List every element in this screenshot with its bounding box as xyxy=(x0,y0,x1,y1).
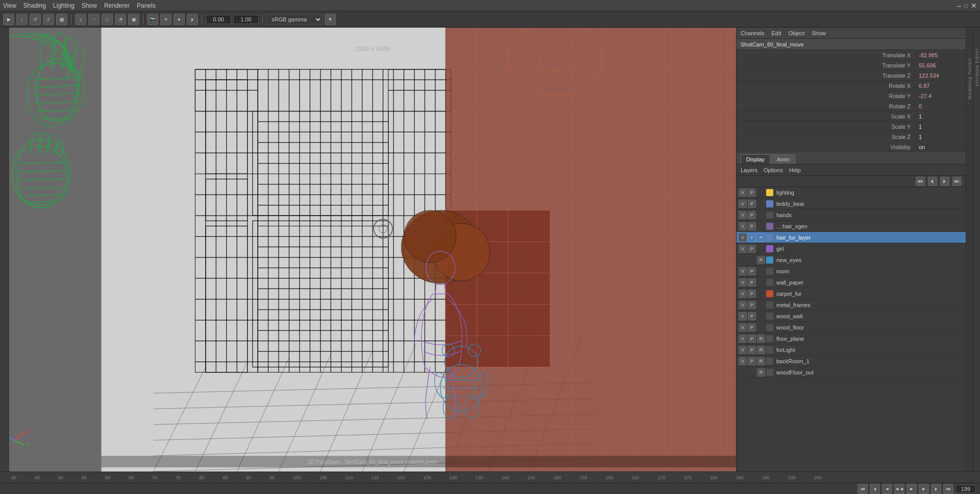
layer-visibility-btn[interactable]: V xyxy=(739,200,747,208)
prop-value[interactable]: 6.87 xyxy=(915,83,966,89)
list-item[interactable]: VPwall_paper xyxy=(737,277,966,288)
tb-anim[interactable]: ⏵ xyxy=(187,14,198,25)
layer-name-label[interactable]: carpet_fur xyxy=(776,291,964,297)
prop-value[interactable]: 1 xyxy=(915,113,966,120)
menu-view[interactable]: View xyxy=(3,2,16,9)
tb-shading[interactable]: ◔ xyxy=(115,14,126,25)
list-item[interactable]: VPhands xyxy=(737,209,966,221)
tb-rotate[interactable]: ↺ xyxy=(30,14,41,25)
tb-snap[interactable]: ⊥ xyxy=(75,14,86,25)
close-icon[interactable]: ✕ xyxy=(971,2,977,10)
minimize-icon[interactable]: – xyxy=(958,2,962,10)
list-item[interactable]: VP...:hair_xgen xyxy=(737,221,966,232)
list-item[interactable]: VPmetal_frames xyxy=(737,299,966,311)
tab-display[interactable]: Display xyxy=(741,154,770,164)
prop-value[interactable]: 122.534 xyxy=(915,73,966,79)
nav-last[interactable]: ⏭ xyxy=(952,177,962,186)
layer-visibility-btn[interactable]: V xyxy=(739,278,747,287)
menu-shading[interactable]: Shading xyxy=(23,2,46,9)
prev-key-btn[interactable]: ◄ xyxy=(882,484,892,494)
layer-p-btn[interactable]: P xyxy=(748,278,756,287)
show-menu[interactable]: Show xyxy=(812,30,826,36)
tb-scale[interactable]: ⇳ xyxy=(43,14,54,25)
layer-p-btn[interactable]: P xyxy=(748,335,756,343)
layer-visibility-btn[interactable]: V xyxy=(739,335,747,343)
tb-move[interactable]: ↕ xyxy=(16,14,28,25)
menu-show[interactable]: Show xyxy=(82,2,97,9)
layer-r-btn[interactable]: R xyxy=(757,256,765,264)
tb-texture[interactable]: ▣ xyxy=(128,14,139,25)
prop-value[interactable]: 55.606 xyxy=(915,62,966,68)
list-item[interactable]: VPcarpet_fur xyxy=(737,288,966,299)
layer-p-btn[interactable]: P xyxy=(748,290,756,298)
list-item[interactable]: VPteddy_bear xyxy=(737,198,966,209)
next-frame-btn[interactable]: ⏵ xyxy=(931,484,941,494)
tb-render[interactable]: ● xyxy=(174,14,185,25)
next-key-btn[interactable]: ► xyxy=(919,484,929,494)
layer-r-btn[interactable]: R xyxy=(757,357,765,365)
layer-name-label[interactable]: teddy_bear xyxy=(776,201,964,207)
menu-lighting[interactable]: Lighting xyxy=(53,2,75,9)
prop-value[interactable]: -82.985 xyxy=(915,52,966,58)
layer-name-label[interactable]: backRoom_1 xyxy=(776,358,964,364)
layer-p-btn[interactable]: P xyxy=(748,189,756,197)
layer-visibility-btn[interactable]: V xyxy=(739,189,747,197)
layer-name-label[interactable]: ...:hair_xgen xyxy=(776,223,964,229)
layer-r-btn[interactable]: R xyxy=(757,368,765,377)
layer-name-label[interactable]: metal_frames xyxy=(776,302,964,308)
layer-p-btn[interactable]: P xyxy=(748,200,756,208)
object-menu[interactable]: Object xyxy=(788,30,804,36)
layer-visibility-btn[interactable]: V xyxy=(739,357,747,365)
layer-name-label[interactable]: wood_floor xyxy=(776,324,964,331)
layer-name-label[interactable]: lighting xyxy=(776,190,964,196)
goto-start-btn[interactable]: ⏮ xyxy=(857,484,868,494)
layers-btn[interactable]: Layers xyxy=(741,167,757,173)
list-item[interactable]: VPwood_floor xyxy=(737,322,966,333)
tb-light[interactable]: ☀ xyxy=(160,14,172,25)
layer-visibility-btn[interactable]: V xyxy=(739,301,747,309)
prev-frame-btn[interactable]: ⏴ xyxy=(870,484,880,494)
prop-value[interactable]: 1 xyxy=(915,134,966,140)
menu-renderer[interactable]: Renderer xyxy=(104,2,130,9)
color-mode-select[interactable]: sRGB gamma xyxy=(266,14,323,25)
layer-name-label[interactable]: hair_fur_layer xyxy=(776,234,964,241)
maximize-icon[interactable]: □ xyxy=(964,3,968,9)
layer-p-btn[interactable]: P xyxy=(748,222,756,230)
goto-end-btn[interactable]: ⏭ xyxy=(943,484,953,494)
help-btn[interactable]: Help xyxy=(789,167,801,173)
list-item[interactable]: VProom xyxy=(737,266,966,277)
play-back-btn[interactable]: ◄◄ xyxy=(894,484,904,494)
toolbar-value2[interactable] xyxy=(233,15,259,24)
layer-p-btn[interactable]: P xyxy=(748,357,756,365)
edit-menu[interactable]: Edit xyxy=(771,30,781,36)
list-item[interactable]: VPRfloor_plane xyxy=(737,333,966,344)
tb-select[interactable]: ▶ xyxy=(3,14,14,25)
menu-panels[interactable]: Panels xyxy=(137,2,156,9)
prop-value[interactable]: on xyxy=(915,144,966,150)
list-item[interactable]: VPRhair_fur_layer xyxy=(737,232,966,243)
layer-visibility-btn[interactable]: V xyxy=(739,245,747,253)
layer-r-btn[interactable]: R xyxy=(757,335,765,343)
list-item[interactable]: VPRforLight xyxy=(737,344,966,356)
tb-wireframe[interactable]: □ xyxy=(102,14,113,25)
layer-visibility-btn[interactable]: V xyxy=(739,346,747,354)
tb-cam[interactable]: 📷 xyxy=(147,14,158,25)
tb-transform[interactable]: ▦ xyxy=(56,14,67,25)
prop-value[interactable]: 0 xyxy=(915,103,966,109)
layer-visibility-btn[interactable]: V xyxy=(739,267,747,275)
nav-prev[interactable]: ⏴ xyxy=(928,177,937,186)
toolbar-value1[interactable] xyxy=(206,15,231,24)
layer-visibility-btn[interactable]: V xyxy=(739,233,747,242)
layer-p-btn[interactable]: P xyxy=(748,245,756,253)
layer-name-label[interactable]: hands xyxy=(776,212,964,218)
layer-visibility-btn[interactable]: V xyxy=(739,323,747,332)
layer-p-btn[interactable]: P xyxy=(748,211,756,219)
layer-name-label[interactable]: girl xyxy=(776,246,964,252)
layer-name-label[interactable]: wood_wall xyxy=(776,313,964,319)
layer-p-btn[interactable]: P xyxy=(748,233,756,242)
layer-name-label[interactable]: new_eyes xyxy=(776,257,964,263)
layer-p-btn[interactable]: P xyxy=(748,267,756,275)
tb-grid[interactable]: ⋯ xyxy=(88,14,100,25)
options-btn[interactable]: Options xyxy=(764,167,783,173)
list-item[interactable]: VPlighting xyxy=(737,187,966,198)
